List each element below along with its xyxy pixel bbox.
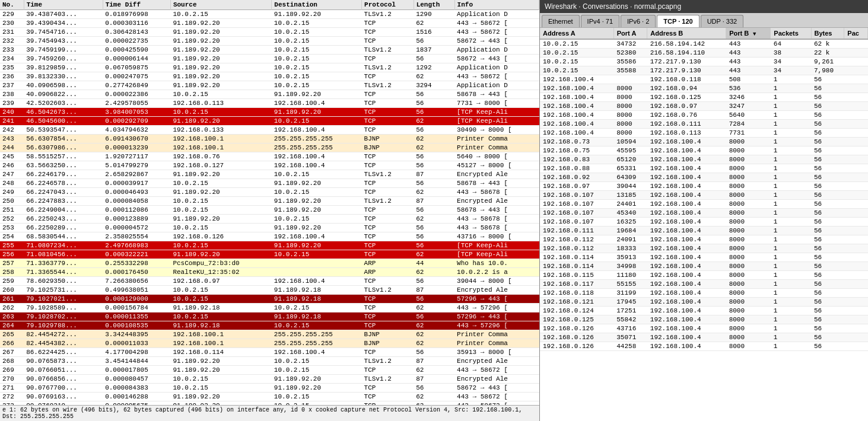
list-item[interactable]: 192.168.0.11755155192.168.100.48000156 (540, 280, 868, 289)
table-row[interactable]: 23840.0906822...0.00002238610.0.2.1591.1… (0, 90, 539, 99)
table-row[interactable]: 25978.6029350...7.266380656192.168.0.971… (0, 277, 539, 286)
list-item[interactable]: 192.168.0.12643716192.168.100.48000156 (540, 324, 868, 333)
conversations-table-container[interactable]: Address A Port A Address B Port B ▼ Pack… (540, 28, 868, 421)
table-row[interactable]: 24766.2246179...2.65829286791.189.92.201… (0, 170, 539, 179)
table-row[interactable]: 26990.0766051...0.00001780591.189.92.201… (0, 366, 539, 375)
list-item[interactable]: 192.168.0.9264309192.168.100.48000156 (540, 173, 868, 182)
list-item[interactable]: 192.168.0.11434998192.168.100.48000156 (540, 262, 868, 271)
list-item[interactable]: 192.168.0.12644258192.168.100.48000156 (540, 342, 868, 351)
table-row[interactable]: 25468.5830544...2.358025554192.168.0.126… (0, 232, 539, 241)
col-source[interactable]: Source (170, 0, 271, 10)
table-row[interactable]: 25771.3363779...0.255332298PcsCompu_72:b… (0, 259, 539, 268)
table-row[interactable]: 26079.1025731...0.49963805110.0.2.1591.1… (0, 286, 539, 295)
table-row[interactable]: 26379.1028702...0.00001135510.0.2.1591.1… (0, 312, 539, 321)
tab-tcp---120[interactable]: TCP · 120 (657, 15, 699, 27)
table-row[interactable]: 24046.5042673...3.98400705310.0.2.1591.1… (0, 108, 539, 117)
table-row[interactable]: 24250.5393547...4.034794632192.168.0.133… (0, 126, 539, 135)
col-timediff[interactable]: Time Diff (103, 0, 170, 10)
table-row[interactable]: 24146.5045600...0.00029270991.189.92.201… (0, 117, 539, 126)
table-row[interactable]: 24866.2246578...0.00003991710.0.2.1591.1… (0, 179, 539, 188)
table-row[interactable]: 25871.3365544...0.000176450RealteKU_12:3… (0, 268, 539, 277)
col-packets[interactable]: Packets (771, 28, 811, 39)
col-destination[interactable]: Destination (272, 0, 362, 10)
table-row[interactable]: 23139.7454716...0.30642814391.189.92.201… (0, 28, 539, 37)
list-item[interactable]: 192.168.0.11218333192.168.100.48000156 (540, 244, 868, 253)
table-row[interactable]: 26479.1029788...0.00010853591.189.92.181… (0, 321, 539, 330)
table-row[interactable]: 24356.6307854...6.091430670192.168.100.1… (0, 135, 539, 143)
col-no[interactable]: No. (0, 0, 24, 10)
list-item[interactable]: 192.168.0.10713185192.168.100.48000156 (540, 191, 868, 200)
table-row[interactable]: 25266.2250243...0.00012388991.189.92.201… (0, 215, 539, 224)
table-row[interactable]: 22939.4387403...0.01897699810.0.2.1591.1… (0, 10, 539, 19)
col-pac[interactable]: Pac (844, 28, 868, 39)
table-row[interactable]: 25571.0807234...2.49766898310.0.2.1591.1… (0, 241, 539, 250)
col-time[interactable]: Time (24, 0, 103, 10)
table-row[interactable]: 25066.2247883...0.00008405810.0.2.1591.1… (0, 197, 539, 206)
table-row[interactable]: 23039.4390434...0.00030311691.189.92.201… (0, 19, 539, 28)
col-port-a[interactable]: Port A (613, 28, 647, 39)
list-item[interactable]: 192.168.0.12555842192.168.100.48000156 (540, 315, 868, 324)
tab-ipv6---2[interactable]: IPv6 · 2 (621, 15, 656, 27)
list-item[interactable]: 192.168.100.4192.168.0.118508156 (540, 75, 868, 84)
list-item[interactable]: 192.168.0.8865331192.168.100.48000156 (540, 164, 868, 173)
table-row[interactable]: 25366.2250289...0.00000457210.0.2.1591.1… (0, 224, 539, 232)
list-item[interactable]: 192.168.0.7310594192.168.100.48000156 (540, 138, 868, 146)
col-port-b[interactable]: Port B ▼ (726, 28, 771, 39)
table-row[interactable]: 27290.0769163...0.00014628891.189.92.201… (0, 393, 539, 401)
list-item[interactable]: 192.168.0.9739044192.168.100.48000156 (540, 182, 868, 191)
list-item[interactable]: 192.168.0.11435913192.168.100.48000156 (540, 253, 868, 262)
col-addr-a[interactable]: Address A (540, 28, 613, 39)
table-row[interactable]: 26582.4454272...3.342448395192.168.100.1… (0, 330, 539, 339)
table-row[interactable]: 23539.8129859...0.06705987591.189.92.201… (0, 63, 539, 72)
tab-ipv4---71[interactable]: IPv4 · 71 (581, 15, 619, 27)
table-row[interactable]: 25166.2249004...0.00011208610.0.2.1591.1… (0, 206, 539, 215)
table-row[interactable]: 26786.6224425...4.177004298192.168.0.114… (0, 348, 539, 357)
list-item[interactable]: 192.168.0.8365120192.168.100.48000156 (540, 155, 868, 164)
list-item[interactable]: 10.0.2.1535588172.217.9.130443347,980 (540, 66, 868, 75)
table-row[interactable]: 26682.4454382...0.000011033192.168.100.1… (0, 339, 539, 348)
list-item[interactable]: 192.168.0.10716325192.168.100.48000156 (540, 218, 868, 227)
list-item[interactable]: 192.168.100.48000192.168.0.1137731156 (540, 129, 868, 138)
table-row[interactable]: 27090.0766856...0.00008045710.0.2.1591.1… (0, 375, 539, 384)
list-item[interactable]: 10.0.2.1534732216.58.194.1424436462 k (540, 39, 868, 49)
tab-udp---332[interactable]: UDP · 332 (701, 15, 744, 27)
table-row[interactable]: 23942.5202603...2.429578055192.168.0.113… (0, 99, 539, 108)
list-item[interactable]: 192.168.0.11224091192.168.100.48000156 (540, 235, 868, 244)
list-item[interactable]: 192.168.0.10745340192.168.100.48000156 (540, 209, 868, 218)
col-info[interactable]: Info (454, 0, 539, 10)
list-item[interactable]: 10.0.2.1552380216.58.194.1104433822 k (540, 49, 868, 58)
table-row[interactable]: 25671.0810456...0.00032222191.189.92.201… (0, 250, 539, 259)
col-bytes[interactable]: Bytes (811, 28, 844, 39)
table-row[interactable]: 24663.5663250...5.014799279192.168.0.127… (0, 161, 539, 170)
list-item[interactable]: 192.168.0.12117945192.168.100.48000156 (540, 298, 868, 307)
packet-scroll-area[interactable]: No. Time Time Diff Source Destination Pr… (0, 0, 539, 405)
table-row[interactable]: 24558.5515257...1.920727117192.168.0.761… (0, 152, 539, 161)
list-item[interactable]: 192.168.100.48000192.168.0.765640156 (540, 111, 868, 120)
col-length[interactable]: Length (414, 0, 454, 10)
table-row[interactable]: 24456.6307986...0.000013239192.168.100.1… (0, 143, 539, 152)
list-item[interactable]: 192.168.0.7545595192.168.100.48000156 (540, 146, 868, 155)
table-row[interactable]: 27190.0767700...0.00008438310.0.2.1591.1… (0, 384, 539, 393)
col-protocol[interactable]: Protocol (362, 0, 414, 10)
table-row[interactable]: 26279.1028589...0.00015678491.189.92.181… (0, 304, 539, 312)
list-item[interactable]: 192.168.0.10724401192.168.100.48000156 (540, 200, 868, 209)
list-item[interactable]: 192.168.0.11119684192.168.100.48000156 (540, 227, 868, 235)
table-row[interactable]: 24966.2247043...0.00004649391.189.92.201… (0, 188, 539, 197)
list-item[interactable]: 192.168.100.48000192.168.0.1253246156 (540, 93, 868, 102)
list-item[interactable]: 192.168.0.11831199192.168.100.48000156 (540, 289, 868, 298)
list-item[interactable]: 192.168.100.48000192.168.0.973247156 (540, 102, 868, 111)
table-row[interactable]: 23339.7459199...0.00042559091.189.92.201… (0, 46, 539, 55)
tab-ethernet[interactable]: Ethernet (542, 15, 580, 27)
list-item[interactable]: 192.168.100.48000192.168.0.94536156 (540, 84, 868, 93)
table-row[interactable]: 23239.7454943...0.00002273591.189.92.201… (0, 37, 539, 46)
table-row[interactable]: 26890.0765873...3.45414484491.189.92.201… (0, 357, 539, 366)
table-row[interactable]: 26179.1027021...0.00012900010.0.2.1591.1… (0, 295, 539, 304)
list-item[interactable]: 10.0.2.1535586172.217.9.130443349,261 (540, 58, 868, 66)
list-item[interactable]: 192.168.0.12635071192.168.100.48000156 (540, 333, 868, 342)
table-row[interactable]: 23639.8132330...0.00024707591.189.92.201… (0, 72, 539, 81)
col-addr-b[interactable]: Address B (647, 28, 726, 39)
list-item[interactable]: 192.168.0.12417251192.168.100.48000156 (540, 307, 868, 315)
table-row[interactable]: 23740.0906598...0.27742684991.189.92.201… (0, 81, 539, 90)
list-item[interactable]: 192.168.0.11511180192.168.100.48000156 (540, 271, 868, 280)
list-item[interactable]: 192.168.100.48000192.168.0.1117284156 (540, 120, 868, 129)
